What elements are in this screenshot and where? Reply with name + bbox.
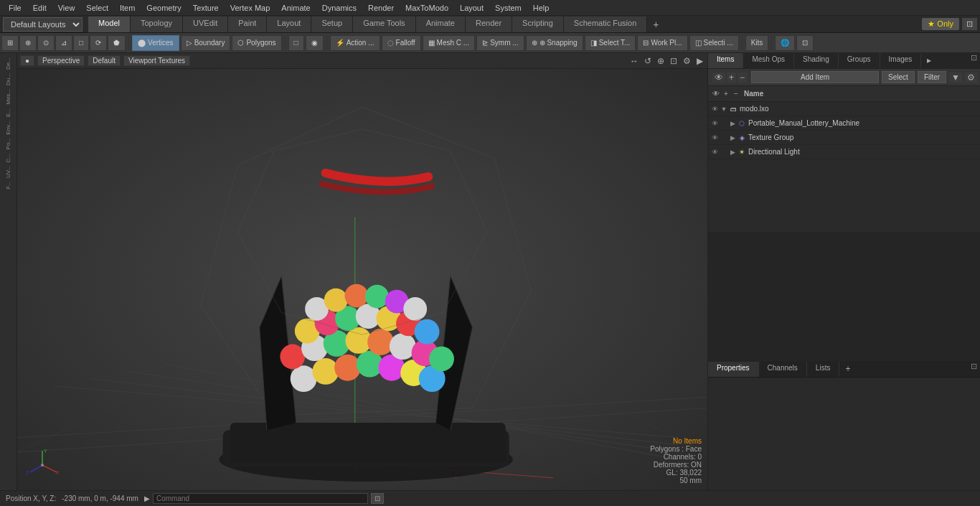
- viewport-canvas[interactable]: No Items Polygons : Face Channels: 0 Def…: [17, 69, 707, 490]
- sidebar-item-du[interactable]: Du...: [5, 72, 11, 87]
- viewport-icon-play[interactable]: ▶: [695, 56, 705, 66]
- panel-plus-icon[interactable]: +: [727, 72, 736, 83]
- tab-animate[interactable]: Animate: [416, 17, 466, 32]
- layout-expand-button[interactable]: ⊡: [962, 18, 977, 30]
- prop-tab-add[interactable]: +: [839, 362, 856, 377]
- tb-select-icon[interactable]: ◉: [306, 35, 324, 51]
- sidebar-item-mes[interactable]: Mes...: [5, 88, 11, 106]
- tb-vertices-button[interactable]: ⬤ Vertices: [132, 35, 179, 51]
- tb-hex-icon[interactable]: ⬟: [108, 35, 126, 51]
- panel-tab-shading[interactable]: Shading: [794, 53, 839, 68]
- menu-system[interactable]: System: [489, 2, 527, 14]
- tree-expander-light[interactable]: ▶: [728, 149, 737, 156]
- sidebar-item-env[interactable]: Env...: [5, 119, 11, 136]
- viewport-icon-rotate[interactable]: ↺: [643, 56, 653, 66]
- sidebar-item-f[interactable]: F...: [5, 180, 11, 191]
- menu-animate[interactable]: Animate: [275, 2, 316, 14]
- sidebar-item-de[interactable]: De...: [5, 56, 11, 71]
- tb-work-pl-button[interactable]: ⊟ Work Pl...: [637, 35, 687, 51]
- tab-topology[interactable]: Topology: [131, 17, 183, 32]
- prop-expand-icon[interactable]: ⊡: [968, 362, 980, 377]
- tree-expander-texture[interactable]: ▶: [728, 134, 737, 141]
- tab-uvedit[interactable]: UVEdit: [183, 17, 228, 32]
- tree-vis-modo[interactable]: 👁: [710, 106, 720, 113]
- select-button[interactable]: Select: [882, 71, 915, 83]
- tb-tri-icon[interactable]: ⊿: [55, 35, 72, 51]
- tab-scripting[interactable]: Scripting: [512, 17, 564, 32]
- command-exec-button[interactable]: ⊡: [371, 493, 384, 504]
- menu-view[interactable]: View: [52, 2, 81, 14]
- menu-texture[interactable]: Texture: [187, 2, 225, 14]
- menu-maxtomodo[interactable]: MaxToModo: [400, 2, 454, 14]
- tab-game-tools[interactable]: Game Tools: [353, 17, 416, 32]
- tb-action-button[interactable]: ⚡ Action ...: [330, 35, 380, 51]
- star-only-button[interactable]: ★ Only: [922, 18, 959, 30]
- tree-vis-texture[interactable]: 👁: [710, 134, 720, 141]
- tb-snapping-button[interactable]: ⊕ ⊕ Snapping: [526, 35, 583, 51]
- tab-schematic-fusion[interactable]: Schematic Fusion: [564, 17, 647, 32]
- prop-tab-properties[interactable]: Properties: [708, 362, 759, 377]
- menu-render[interactable]: Render: [362, 2, 400, 14]
- menu-edit[interactable]: Edit: [27, 2, 52, 14]
- tree-expander-lottery[interactable]: ▶: [728, 120, 737, 127]
- sidebar-item-e[interactable]: E...: [5, 107, 11, 118]
- panel-tab-mesh-ops[interactable]: Mesh Ops: [743, 53, 794, 68]
- tb-globe-button[interactable]: 🌐: [775, 35, 795, 51]
- tb-mesh-c-button[interactable]: ▦ Mesh C ...: [423, 35, 476, 51]
- tb-circle-icon[interactable]: ⊙: [37, 35, 55, 51]
- viewport-icon-fit[interactable]: ⊡: [669, 56, 679, 66]
- tree-row-modo-lxo[interactable]: 👁 ▼ 🗃 modo.lxo: [708, 102, 980, 116]
- tb-polygons-button[interactable]: ⬡ Polygons: [232, 35, 281, 51]
- tb-mode-icon[interactable]: □: [288, 35, 304, 51]
- sidebar-item-c[interactable]: C...: [5, 152, 11, 164]
- tb-symm-button[interactable]: ⊵ Symm ...: [476, 35, 524, 51]
- panel-expand-icon[interactable]: ⊡: [968, 53, 980, 68]
- tree-vis-lottery[interactable]: 👁: [710, 120, 720, 127]
- tb-grid-icon[interactable]: ⊞: [1, 35, 19, 51]
- tb-boundary-button[interactable]: ▷ Boundary: [181, 35, 231, 51]
- tree-vis-light[interactable]: 👁: [710, 149, 720, 156]
- layout-tab-add[interactable]: +: [647, 17, 664, 32]
- panel-settings-icon[interactable]: ⚙: [965, 72, 977, 83]
- tb-selecti-button[interactable]: ◫ Selecti ...: [689, 35, 739, 51]
- command-field[interactable]: [153, 493, 368, 504]
- viewport-textures[interactable]: Viewport Textures: [123, 55, 190, 66]
- prop-tab-lists[interactable]: Lists: [807, 362, 840, 377]
- panel-tab-items[interactable]: Items: [708, 53, 743, 68]
- tab-paint[interactable]: Paint: [228, 17, 267, 32]
- layout-selector[interactable]: Default Layouts: [3, 17, 83, 32]
- menu-help[interactable]: Help: [527, 2, 555, 14]
- tab-layout[interactable]: Layout: [267, 17, 311, 32]
- menu-select[interactable]: Select: [80, 2, 114, 14]
- tb-kits-button[interactable]: Kits: [745, 35, 769, 51]
- tab-model[interactable]: Model: [88, 17, 131, 32]
- viewport-icon-zoom[interactable]: ⊕: [656, 56, 666, 66]
- panel-tab-images[interactable]: Images: [880, 53, 922, 68]
- tb-select-t-button[interactable]: ◨ Select T...: [585, 35, 636, 51]
- viewport-perspective[interactable]: Perspective: [37, 55, 85, 66]
- tab-render[interactable]: Render: [466, 17, 512, 32]
- tab-setup[interactable]: Setup: [311, 17, 353, 32]
- prop-tab-channels[interactable]: Channels: [759, 362, 807, 377]
- tree-row-light[interactable]: 👁 ▶ ☀ Directional Light: [708, 145, 980, 159]
- tb-falloff-button[interactable]: ◌ Falloff: [382, 35, 421, 51]
- viewport-icon-move[interactable]: ↔: [628, 56, 640, 66]
- tb-sq-icon[interactable]: □: [73, 35, 89, 51]
- menu-item[interactable]: Item: [114, 2, 141, 14]
- filter-button[interactable]: Filter: [918, 71, 946, 83]
- menu-layout[interactable]: Layout: [454, 2, 489, 14]
- panel-tab-add[interactable]: ▸: [921, 53, 937, 68]
- viewport-default[interactable]: Default: [88, 55, 121, 66]
- tb-screen-button[interactable]: ⊡: [796, 35, 814, 51]
- sidebar-item-uv[interactable]: UV...: [5, 164, 11, 179]
- panel-collapse-icon[interactable]: ▼: [949, 72, 962, 83]
- tree-expander-modo[interactable]: ▼: [720, 106, 728, 113]
- viewport-icon-settings[interactable]: ⚙: [682, 56, 692, 66]
- menu-vertex-map[interactable]: Vertex Map: [225, 2, 276, 14]
- tree-row-texture[interactable]: 👁 ▶ ◈ Texture Group: [708, 131, 980, 145]
- sidebar-item-po[interactable]: Po...: [5, 136, 11, 151]
- add-item-button[interactable]: Add Item: [751, 71, 879, 83]
- menu-dynamics[interactable]: Dynamics: [316, 2, 362, 14]
- tb-rot-icon[interactable]: ⟳: [90, 35, 107, 51]
- panel-minus-icon[interactable]: −: [738, 72, 747, 83]
